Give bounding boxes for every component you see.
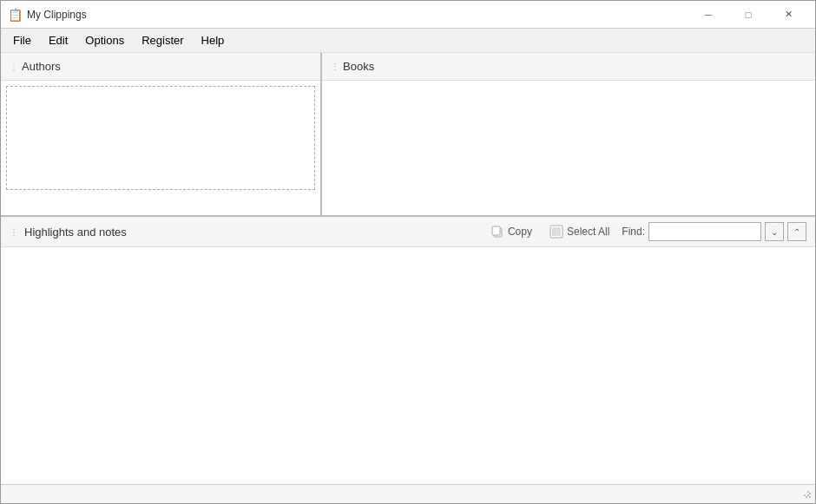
copy-button[interactable]: Copy [485, 223, 537, 240]
statusbar [1, 484, 815, 503]
authors-header: ⋮ Authors [1, 53, 320, 81]
menu-edit[interactable]: Edit [40, 30, 76, 50]
highlights-title: Highlights and notes [24, 226, 478, 239]
svg-point-4 [804, 494, 806, 496]
menu-file[interactable]: File [4, 30, 40, 50]
authors-body[interactable] [1, 81, 320, 215]
app-window: 📋 My Clippings ─ □ ✕ File Edit Options R… [0, 0, 816, 504]
svg-point-6 [807, 494, 809, 496]
app-icon: 📋 [8, 8, 22, 22]
highlights-grip-icon: ⋮ [10, 227, 17, 237]
titlebar: 📋 My Clippings ─ □ ✕ [1, 1, 815, 29]
select-all-button[interactable]: Select All [544, 223, 615, 240]
find-next-button[interactable]: ⌃ [787, 222, 806, 241]
bottom-header: ⋮ Highlights and notes Copy [1, 217, 815, 247]
resize-grip-icon [801, 488, 812, 501]
books-grip-icon: ⋮ [331, 62, 339, 71]
highlights-body[interactable] [1, 247, 815, 484]
top-panels: ⋮ Authors ⋮ Books [1, 53, 815, 215]
find-label: Find: [622, 226, 645, 238]
books-panel: ⋮ Books [322, 53, 815, 215]
find-input[interactable] [648, 222, 761, 241]
minimize-button[interactable]: ─ [688, 1, 728, 29]
main-content: ⋮ Authors ⋮ Books ⋮ Highlights and [1, 53, 815, 484]
authors-listbox[interactable] [6, 86, 315, 190]
select-all-label: Select All [567, 226, 609, 238]
menu-help[interactable]: Help [193, 30, 234, 50]
close-button[interactable]: ✕ [768, 1, 808, 29]
books-body[interactable] [322, 81, 815, 215]
toolbar-group: Copy Select All Find: ⌄ [485, 222, 806, 241]
svg-point-7 [809, 496, 811, 498]
svg-rect-1 [492, 226, 500, 235]
authors-grip-icon: ⋮ [10, 62, 17, 71]
maximize-button[interactable]: □ [728, 1, 768, 29]
select-all-icon [549, 225, 563, 239]
books-header: ⋮ Books [322, 53, 815, 81]
authors-title: Authors [22, 60, 61, 73]
menu-options[interactable]: Options [76, 30, 133, 50]
menubar: File Edit Options Register Help [1, 29, 815, 53]
find-prev-button[interactable]: ⌄ [765, 222, 784, 241]
menu-register[interactable]: Register [133, 30, 192, 50]
copy-label: Copy [508, 226, 532, 238]
bottom-section: ⋮ Highlights and notes Copy [1, 215, 815, 484]
authors-panel: ⋮ Authors [1, 53, 322, 215]
find-group: Find: ⌄ ⌃ [622, 222, 806, 241]
svg-point-5 [807, 491, 809, 493]
svg-point-8 [806, 496, 807, 498]
books-title: Books [343, 60, 374, 73]
titlebar-controls: ─ □ ✕ [688, 1, 808, 29]
svg-point-9 [809, 493, 811, 494]
window-title: My Clippings [27, 9, 688, 21]
copy-icon [490, 225, 504, 239]
svg-rect-3 [552, 227, 561, 236]
